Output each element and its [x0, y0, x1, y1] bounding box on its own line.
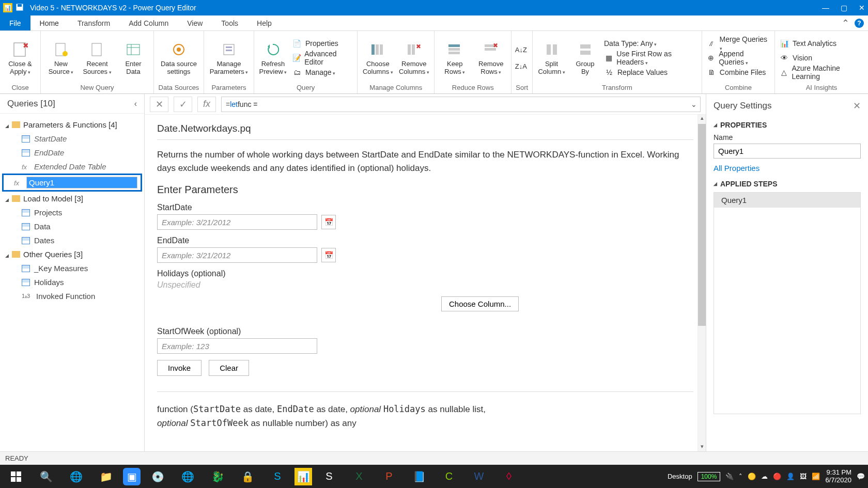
taskbar-app-2[interactable]: 💿 [145, 466, 171, 487]
group-by-button[interactable]: Group By [570, 40, 600, 76]
query-group[interactable]: Load to Model [3] [2, 192, 142, 206]
power-icon[interactable]: 🔌 [725, 473, 734, 480]
applied-steps-section[interactable]: APPLIED STEPS [714, 180, 861, 188]
query-group[interactable]: Other Queries [3] [2, 247, 142, 261]
text-analytics-button[interactable]: 📊Text Analytics [779, 37, 864, 50]
data-source-settings-button[interactable]: Data source settings [158, 40, 199, 76]
taskbar-app-5[interactable]: 📘 [406, 466, 432, 487]
new-source-button[interactable]: New Source [45, 40, 77, 76]
taskbar-app-4[interactable]: 🔒 [235, 466, 260, 487]
formula-commit-button[interactable]: ✓ [174, 97, 192, 112]
split-column-button[interactable]: Split Column [537, 40, 566, 76]
query-group[interactable]: Parameters & Functions [4] [2, 118, 142, 132]
choose-columns-button[interactable]: Choose Columns [362, 40, 394, 76]
invoke-button[interactable]: Invoke [157, 360, 202, 376]
query-item[interactable]: Projects [2, 206, 142, 219]
taskbar-app-powerbi[interactable]: 📊 [295, 468, 312, 485]
startofweek-input[interactable] [157, 338, 317, 354]
data-type-button[interactable]: Data Type: Any [604, 37, 698, 50]
taskbar-app-files[interactable]: 📁 [93, 466, 119, 487]
query-item[interactable]: 1₂3Invoked Function [2, 289, 142, 303]
clock[interactable]: 9:31 PM 6/7/2020 [825, 469, 851, 484]
keep-rows-button[interactable]: Keep Rows [439, 40, 471, 76]
sort-asc-button[interactable]: A↓Z [516, 43, 526, 56]
formula-expand-icon[interactable]: ⌄ [691, 100, 697, 108]
taskbar-app-camtasia[interactable]: C [436, 466, 462, 487]
advanced-editor-button[interactable]: 📝Advanced Editor [292, 51, 353, 65]
manage-button[interactable]: 🗂Manage [292, 66, 353, 79]
tray-icon-3[interactable]: 👤 [786, 473, 795, 480]
vision-button[interactable]: 👁Vision [779, 51, 864, 65]
append-queries-button[interactable]: ⊕Append Queries [706, 51, 770, 65]
taskbar-app-powerpoint[interactable]: P [376, 466, 402, 487]
refresh-preview-button[interactable]: Refresh Preview [258, 40, 288, 76]
query-item[interactable]: Data [2, 219, 142, 233]
azure-ml-button[interactable]: △Azure Machine Learning [779, 66, 864, 79]
tab-view[interactable]: View [178, 15, 212, 30]
tab-tools[interactable]: Tools [212, 15, 247, 30]
tray-chevron-icon[interactable]: ˄ [739, 473, 742, 480]
tab-add-column[interactable]: Add Column [119, 15, 178, 30]
taskbar-app-3[interactable]: 🐉 [205, 466, 230, 487]
collapse-ribbon-icon[interactable] [842, 18, 849, 29]
query-item[interactable]: Holidays [2, 275, 142, 289]
startdate-input[interactable] [157, 214, 317, 230]
desktop-toolbar[interactable]: Desktop [668, 473, 692, 480]
choose-column-button[interactable]: Choose Column... [441, 296, 519, 311]
help-icon[interactable]: ? [855, 19, 864, 28]
first-row-headers-button[interactable]: ▦Use First Row as Headers [604, 51, 698, 65]
sort-desc-button[interactable]: Z↓A [516, 59, 526, 73]
tab-help[interactable]: Help [247, 15, 281, 30]
formula-input[interactable]: = let func = ⌄ [221, 97, 701, 112]
combine-files-button[interactable]: 🗎Combine Files [706, 66, 770, 79]
close-apply-button[interactable]: ✖ Close & Apply [4, 40, 36, 76]
taskbar-app-word[interactable]: W [466, 466, 492, 487]
tray-wifi-icon[interactable]: 📶 [812, 473, 820, 480]
query-item[interactable]: fxExtended Date Table [2, 160, 142, 174]
battery-indicator[interactable]: 100% [698, 472, 721, 481]
enddate-input[interactable] [157, 247, 317, 263]
formula-fx-icon[interactable]: fx [197, 97, 216, 112]
collapse-queries-icon[interactable]: ‹ [134, 99, 137, 108]
maximize-button[interactable]: ▢ [841, 4, 847, 12]
tray-icon-4[interactable]: 🖼 [800, 473, 807, 480]
search-icon[interactable]: 🔍 [33, 466, 59, 487]
vertical-scrollbar[interactable]: ▴▾ [698, 115, 706, 451]
formula-cancel-button[interactable]: ✕ [150, 97, 168, 112]
taskbar-app-snagit[interactable]: S [316, 466, 342, 487]
file-menu[interactable]: File [0, 15, 30, 30]
taskbar-app-skype[interactable]: S [265, 466, 290, 487]
all-properties-link[interactable]: All Properties [714, 164, 760, 172]
recent-sources-button[interactable]: Recent Sources [81, 40, 113, 76]
tab-transform[interactable]: Transform [68, 15, 119, 30]
step-item[interactable]: Query1 [714, 193, 860, 208]
manage-parameters-button[interactable]: Manage Parameters [208, 40, 250, 76]
tab-home[interactable]: Home [30, 15, 68, 30]
remove-columns-button[interactable]: ✖Remove Columns [398, 40, 430, 76]
merge-queries-button[interactable]: ⫽Merge Queries [706, 37, 770, 50]
close-window-button[interactable]: ✕ [859, 4, 865, 12]
remove-rows-button[interactable]: ✖Remove Rows [475, 40, 507, 76]
query-rename-input[interactable] [26, 177, 137, 188]
taskbar-app-zoom[interactable]: ▣ [123, 468, 141, 485]
start-button[interactable] [3, 466, 29, 487]
query-item[interactable]: fx [2, 174, 142, 192]
clear-button[interactable]: Clear [209, 360, 249, 376]
taskbar-app-1[interactable]: 🌐 [63, 466, 89, 487]
properties-section[interactable]: PROPERTIES [714, 121, 861, 129]
tray-icon-cloud[interactable]: ☁ [761, 473, 768, 480]
query-item[interactable]: EndDate [2, 146, 142, 160]
save-icon[interactable] [16, 3, 25, 12]
taskbar-app-6[interactable]: ◊ [496, 466, 522, 487]
query-item[interactable]: Dates [2, 233, 142, 247]
notifications-icon[interactable]: 💬 [857, 473, 865, 480]
taskbar-app-excel[interactable]: X [346, 466, 372, 487]
query-item[interactable]: StartDate [2, 132, 142, 146]
query-name-input[interactable] [714, 144, 861, 159]
query-item[interactable]: _Key Measures [2, 261, 142, 275]
enddate-calendar-icon[interactable]: 📅 [321, 248, 336, 262]
replace-values-button[interactable]: ½Replace Values [604, 66, 698, 79]
close-settings-icon[interactable]: ✕ [853, 100, 861, 112]
properties-button[interactable]: 📄Properties [292, 37, 353, 50]
tray-icon-1[interactable]: 🟡 [748, 473, 756, 480]
